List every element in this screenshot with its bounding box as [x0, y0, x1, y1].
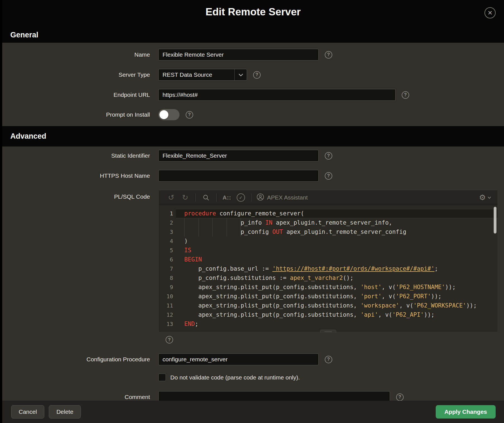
apex-assistant-label: APEX Assistant: [267, 194, 308, 201]
dialog-footer: Cancel Delete Apply Changes: [2, 401, 504, 423]
advanced-section-band: Advanced: [2, 126, 504, 146]
editor-toolbar: ↺ ↻ A:: ✓ APEX Assistant: [159, 190, 498, 205]
search-icon[interactable]: [199, 191, 213, 204]
https-host-name-row: HTTPS Host Name ?: [2, 170, 504, 182]
endpoint-url-label: Endpoint URL: [2, 92, 150, 98]
configuration-procedure-label: Configuration Procedure: [2, 356, 150, 363]
help-icon[interactable]: ?: [186, 111, 193, 119]
plsql-code-editor: ↺ ↻ A:: ✓ APEX Assistant: [158, 190, 498, 333]
static-identifier-label: Static Identifier: [2, 152, 150, 159]
help-icon[interactable]: ?: [396, 393, 404, 401]
chevron-down-icon: [488, 196, 491, 199]
comment-input[interactable]: [158, 391, 390, 401]
autocomplete-icon[interactable]: A::: [220, 191, 234, 204]
close-button[interactable]: ×: [484, 7, 496, 19]
delete-button[interactable]: Delete: [49, 405, 81, 419]
toolbar-divider: [251, 193, 251, 202]
endpoint-url-row: Endpoint URL ?: [2, 89, 504, 101]
endpoint-url-input[interactable]: [158, 89, 396, 101]
configuration-procedure-row: Configuration Procedure ?: [2, 354, 504, 365]
undo-icon[interactable]: ↺: [164, 191, 178, 204]
comment-row: Comment ?: [2, 391, 504, 401]
editor-resize-handle[interactable]: [320, 330, 336, 332]
toggle-knob: [159, 110, 168, 119]
configuration-procedure-input[interactable]: [158, 354, 319, 365]
toolbar-divider: [216, 193, 217, 202]
code-area: 12345678910111213 procedure configure_re…: [159, 205, 498, 332]
apply-changes-button[interactable]: Apply Changes: [436, 405, 496, 419]
code-lines[interactable]: procedure configure_remote_server( p_inf…: [176, 205, 498, 332]
section-heading-advanced: Advanced: [10, 132, 46, 141]
advanced-section: Static Identifier ? HTTPS Host Name ? PL…: [2, 146, 504, 401]
editor-settings-button[interactable]: ⚙: [478, 191, 492, 204]
https-host-name-input[interactable]: [158, 170, 319, 182]
dialog-title: Edit Remote Server: [2, 6, 504, 18]
validate-code-row: Do not validate code (parse code at runt…: [2, 374, 504, 381]
toolbar-divider: [195, 193, 196, 202]
plsql-help-row: ?: [166, 336, 504, 343]
plsql-code-label: PL/SQL Code: [2, 190, 150, 200]
cancel-button[interactable]: Cancel: [11, 405, 44, 419]
https-host-name-label: HTTPS Host Name: [2, 172, 150, 179]
server-type-value: REST Data Source: [159, 71, 234, 78]
code-gutter: 12345678910111213: [159, 205, 176, 332]
general-section: Name ? Server Type REST Data Source ? En…: [2, 43, 504, 126]
prompt-on-install-row: Prompt on Install ?: [2, 109, 504, 120]
dialog-header: Edit Remote Server × General: [2, 0, 504, 43]
prompt-on-install-toggle[interactable]: [158, 109, 180, 120]
help-icon[interactable]: ?: [402, 91, 409, 99]
help-icon[interactable]: ?: [325, 152, 332, 160]
chevron-down-icon: [234, 69, 247, 80]
static-identifier-row: Static Identifier ?: [2, 150, 504, 162]
prompt-on-install-label: Prompt on Install: [2, 111, 150, 118]
server-type-select[interactable]: REST Data Source: [158, 69, 247, 81]
close-icon: ×: [484, 7, 496, 18]
name-row: Name ?: [2, 49, 504, 61]
redo-icon[interactable]: ↻: [178, 191, 192, 204]
settings-gear-icon: ⚙: [479, 193, 486, 202]
validate-code-label: Do not validate code (parse code at runt…: [170, 374, 300, 381]
validate-check-icon[interactable]: ✓: [237, 193, 245, 202]
name-input[interactable]: [158, 49, 319, 61]
server-type-label: Server Type: [2, 71, 150, 78]
editor-scrollbar[interactable]: [494, 207, 496, 234]
static-identifier-input[interactable]: [158, 150, 319, 162]
plsql-code-row: PL/SQL Code ↺ ↻ A:: ✓: [2, 190, 504, 333]
name-label: Name: [2, 51, 150, 58]
edit-remote-server-dialog: Edit Remote Server × General Name ? Serv…: [2, 0, 504, 423]
server-type-row: Server Type REST Data Source ?: [2, 69, 504, 81]
help-icon[interactable]: ?: [325, 356, 332, 363]
comment-label: Comment: [2, 394, 150, 400]
section-heading-general: General: [10, 31, 38, 39]
help-icon[interactable]: ?: [253, 71, 261, 79]
person-icon: [256, 193, 264, 202]
validate-code-checkbox[interactable]: [158, 374, 166, 381]
apex-assistant-button[interactable]: APEX Assistant: [255, 193, 309, 202]
help-icon[interactable]: ?: [325, 51, 332, 59]
help-icon[interactable]: ?: [166, 336, 173, 343]
help-icon[interactable]: ?: [325, 172, 332, 180]
